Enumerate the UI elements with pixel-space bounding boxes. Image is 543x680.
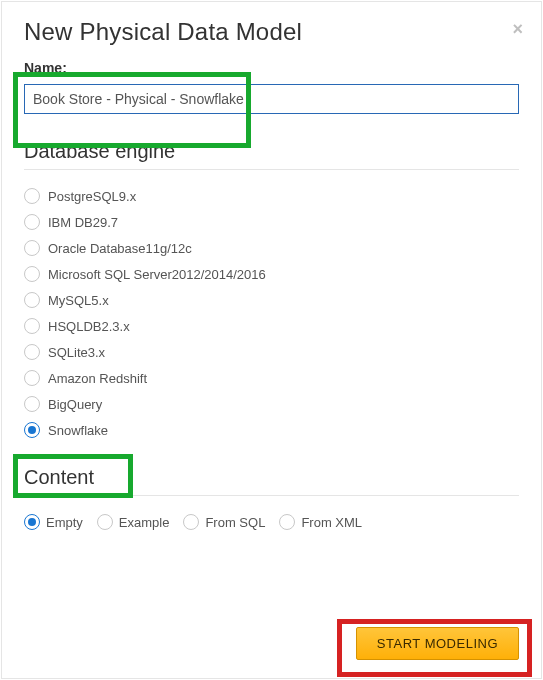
radio-label: BigQuery (48, 397, 102, 412)
radio-icon (24, 266, 40, 282)
radio-label: PostgreSQL9.x (48, 189, 136, 204)
radio-label: HSQLDB2.3.x (48, 319, 130, 334)
radio-label: Microsoft SQL Server2012/2014/2016 (48, 267, 266, 282)
dialog-title: New Physical Data Model (24, 18, 519, 46)
radio-label: From XML (301, 515, 362, 530)
radio-icon (97, 514, 113, 530)
radio-icon (24, 240, 40, 256)
radio-icon (279, 514, 295, 530)
radio-label: From SQL (205, 515, 265, 530)
radio-icon (24, 514, 40, 530)
dialog-footer: START MODELING (2, 609, 541, 678)
content-options: EmptyExampleFrom SQLFrom XML (24, 514, 519, 530)
database-engine-heading: Database engine (24, 140, 519, 170)
content-option-from-xml[interactable]: From XML (279, 514, 362, 530)
radio-icon (24, 214, 40, 230)
radio-label: Example (119, 515, 170, 530)
radio-label: Empty (46, 515, 83, 530)
radio-label: IBM DB29.7 (48, 215, 118, 230)
engine-option-sqlite3-x[interactable]: SQLite3.x (24, 344, 519, 360)
radio-icon (24, 396, 40, 412)
engine-option-mysql5-x[interactable]: MySQL5.x (24, 292, 519, 308)
engine-option-amazon-redshift[interactable]: Amazon Redshift (24, 370, 519, 386)
radio-label: Oracle Database11g/12c (48, 241, 192, 256)
close-icon[interactable]: × (512, 20, 523, 38)
engine-option-hsqldb2-3-x[interactable]: HSQLDB2.3.x (24, 318, 519, 334)
content-option-example[interactable]: Example (97, 514, 170, 530)
name-label: Name: (24, 60, 519, 76)
content-option-from-sql[interactable]: From SQL (183, 514, 265, 530)
engine-option-ibm-db29-7[interactable]: IBM DB29.7 (24, 214, 519, 230)
radio-label: MySQL5.x (48, 293, 109, 308)
engine-option-microsoft-sql-server2012-2014-2016[interactable]: Microsoft SQL Server2012/2014/2016 (24, 266, 519, 282)
name-input[interactable] (24, 84, 519, 114)
radio-icon (24, 370, 40, 386)
content-option-empty[interactable]: Empty (24, 514, 83, 530)
new-physical-data-model-dialog: New Physical Data Model × Name: Database… (1, 1, 542, 679)
start-modeling-button[interactable]: START MODELING (356, 627, 519, 660)
database-engine-options: PostgreSQL9.xIBM DB29.7Oracle Database11… (24, 188, 519, 438)
radio-label: SQLite3.x (48, 345, 105, 360)
radio-label: Amazon Redshift (48, 371, 147, 386)
dialog-body[interactable]: Name: Database engine PostgreSQL9.xIBM D… (2, 56, 541, 609)
engine-option-postgresql9-x[interactable]: PostgreSQL9.x (24, 188, 519, 204)
engine-option-oracle-database11g-12c[interactable]: Oracle Database11g/12c (24, 240, 519, 256)
radio-icon (24, 344, 40, 360)
engine-option-bigquery[interactable]: BigQuery (24, 396, 519, 412)
radio-icon (183, 514, 199, 530)
radio-icon (24, 292, 40, 308)
radio-icon (24, 318, 40, 334)
dialog-header: New Physical Data Model × (2, 2, 541, 56)
engine-option-snowflake[interactable]: Snowflake (24, 422, 519, 438)
radio-icon (24, 422, 40, 438)
radio-label: Snowflake (48, 423, 108, 438)
radio-icon (24, 188, 40, 204)
content-heading: Content (24, 466, 519, 496)
